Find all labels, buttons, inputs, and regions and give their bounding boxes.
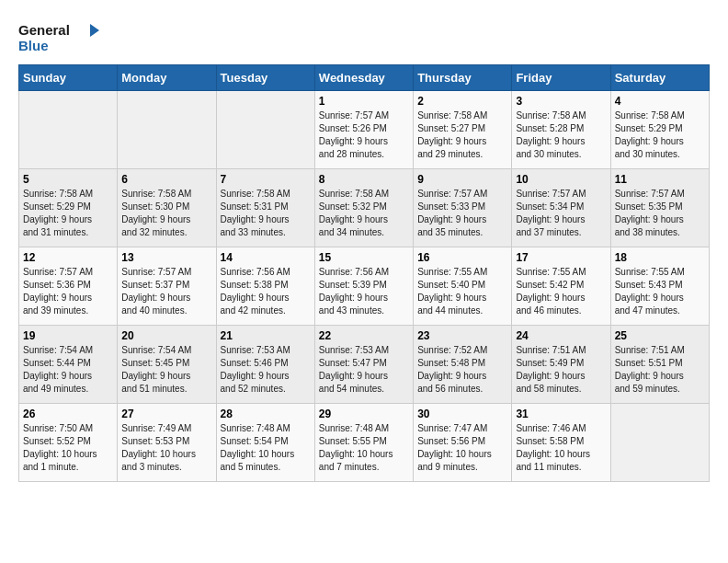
svg-text:Blue: Blue	[18, 38, 49, 53]
day-number: 31	[516, 408, 606, 420]
day-number: 12	[23, 251, 113, 264]
weekday-header-sunday: Sunday	[19, 65, 118, 91]
day-cell: 29Sunrise: 7:48 AMSunset: 5:55 PMDayligh…	[314, 404, 413, 482]
day-info: Sunrise: 7:57 AMSunset: 5:34 PMDaylight:…	[516, 188, 606, 239]
logo-text: General Blue	[18, 18, 101, 55]
day-number: 7	[221, 173, 311, 186]
day-number: 22	[319, 329, 409, 342]
svg-marker-2	[90, 24, 99, 37]
day-cell: 8Sunrise: 7:58 AMSunset: 5:32 PMDaylight…	[314, 169, 413, 247]
day-cell: 1Sunrise: 7:57 AMSunset: 5:26 PMDaylight…	[314, 91, 413, 169]
day-cell: 14Sunrise: 7:56 AMSunset: 5:38 PMDayligh…	[216, 247, 314, 326]
day-info: Sunrise: 7:56 AMSunset: 5:38 PMDaylight:…	[221, 266, 311, 317]
day-info: Sunrise: 7:53 AMSunset: 5:47 PMDaylight:…	[319, 344, 409, 396]
day-number: 30	[417, 408, 507, 420]
day-number: 11	[615, 173, 705, 186]
day-info: Sunrise: 7:55 AMSunset: 5:43 PMDaylight:…	[615, 266, 705, 317]
calendar-table: SundayMondayTuesdayWednesdayThursdayFrid…	[18, 64, 710, 482]
day-info: Sunrise: 7:47 AMSunset: 5:56 PMDaylight:…	[417, 422, 507, 474]
day-number: 1	[319, 95, 409, 108]
day-cell: 23Sunrise: 7:52 AMSunset: 5:48 PMDayligh…	[414, 326, 512, 404]
day-info: Sunrise: 7:58 AMSunset: 5:27 PMDaylight:…	[417, 109, 507, 161]
day-info: Sunrise: 7:50 AMSunset: 5:52 PMDaylight:…	[23, 422, 113, 474]
day-cell: 28Sunrise: 7:48 AMSunset: 5:54 PMDayligh…	[216, 404, 314, 482]
week-row-2: 5Sunrise: 7:58 AMSunset: 5:29 PMDaylight…	[19, 169, 710, 247]
day-number: 27	[121, 408, 211, 420]
day-number: 24	[516, 329, 606, 342]
day-cell: 31Sunrise: 7:46 AMSunset: 5:58 PMDayligh…	[512, 404, 610, 482]
day-cell: 11Sunrise: 7:57 AMSunset: 5:35 PMDayligh…	[610, 169, 709, 247]
logo-svg: General Blue	[18, 18, 101, 55]
day-info: Sunrise: 7:57 AMSunset: 5:36 PMDaylight:…	[23, 266, 113, 317]
day-cell: 20Sunrise: 7:54 AMSunset: 5:45 PMDayligh…	[118, 326, 216, 404]
day-number: 8	[319, 173, 409, 186]
day-info: Sunrise: 7:48 AMSunset: 5:54 PMDaylight:…	[221, 422, 311, 474]
week-row-5: 26Sunrise: 7:50 AMSunset: 5:52 PMDayligh…	[19, 404, 710, 482]
day-info: Sunrise: 7:51 AMSunset: 5:49 PMDaylight:…	[516, 344, 606, 396]
day-number: 13	[121, 251, 211, 264]
day-info: Sunrise: 7:55 AMSunset: 5:40 PMDaylight:…	[417, 266, 507, 317]
day-info: Sunrise: 7:54 AMSunset: 5:45 PMDaylight:…	[121, 344, 211, 396]
day-info: Sunrise: 7:54 AMSunset: 5:44 PMDaylight:…	[23, 344, 113, 396]
day-number: 6	[121, 173, 211, 186]
day-cell: 12Sunrise: 7:57 AMSunset: 5:36 PMDayligh…	[19, 247, 118, 326]
day-cell: 10Sunrise: 7:57 AMSunset: 5:34 PMDayligh…	[512, 169, 610, 247]
day-cell	[19, 91, 118, 169]
day-number: 26	[23, 408, 113, 420]
day-cell: 19Sunrise: 7:54 AMSunset: 5:44 PMDayligh…	[19, 326, 118, 404]
day-number: 23	[417, 329, 507, 342]
day-cell: 16Sunrise: 7:55 AMSunset: 5:40 PMDayligh…	[414, 247, 512, 326]
day-cell: 30Sunrise: 7:47 AMSunset: 5:56 PMDayligh…	[414, 404, 512, 482]
day-number: 17	[516, 251, 606, 264]
day-cell: 27Sunrise: 7:49 AMSunset: 5:53 PMDayligh…	[118, 404, 216, 482]
day-cell: 18Sunrise: 7:55 AMSunset: 5:43 PMDayligh…	[610, 247, 709, 326]
page-header: General Blue	[18, 18, 710, 55]
day-number: 5	[23, 173, 113, 186]
day-number: 15	[319, 251, 409, 264]
weekday-header-tuesday: Tuesday	[216, 65, 314, 91]
day-number: 3	[516, 95, 606, 108]
day-number: 10	[516, 173, 606, 186]
day-cell: 6Sunrise: 7:58 AMSunset: 5:30 PMDaylight…	[118, 169, 216, 247]
weekday-header-saturday: Saturday	[610, 65, 709, 91]
day-info: Sunrise: 7:52 AMSunset: 5:48 PMDaylight:…	[417, 344, 507, 396]
day-cell: 15Sunrise: 7:56 AMSunset: 5:39 PMDayligh…	[314, 247, 413, 326]
weekday-header-monday: Monday	[118, 65, 216, 91]
weekday-header-thursday: Thursday	[414, 65, 512, 91]
day-cell: 24Sunrise: 7:51 AMSunset: 5:49 PMDayligh…	[512, 326, 610, 404]
day-cell: 22Sunrise: 7:53 AMSunset: 5:47 PMDayligh…	[314, 326, 413, 404]
day-number: 19	[23, 329, 113, 342]
day-info: Sunrise: 7:58 AMSunset: 5:29 PMDaylight:…	[615, 109, 705, 161]
svg-text:General: General	[18, 22, 70, 38]
day-cell	[118, 91, 216, 169]
day-cell: 3Sunrise: 7:58 AMSunset: 5:28 PMDaylight…	[512, 91, 610, 169]
day-info: Sunrise: 7:58 AMSunset: 5:28 PMDaylight:…	[516, 109, 606, 161]
day-number: 25	[615, 329, 705, 342]
day-cell: 17Sunrise: 7:55 AMSunset: 5:42 PMDayligh…	[512, 247, 610, 326]
day-cell: 26Sunrise: 7:50 AMSunset: 5:52 PMDayligh…	[19, 404, 118, 482]
day-number: 18	[615, 251, 705, 264]
day-number: 28	[221, 408, 311, 420]
day-info: Sunrise: 7:48 AMSunset: 5:55 PMDaylight:…	[319, 422, 409, 474]
day-cell: 7Sunrise: 7:58 AMSunset: 5:31 PMDaylight…	[216, 169, 314, 247]
day-cell: 2Sunrise: 7:58 AMSunset: 5:27 PMDaylight…	[414, 91, 512, 169]
day-number: 4	[615, 95, 705, 108]
day-cell	[610, 404, 709, 482]
day-cell: 4Sunrise: 7:58 AMSunset: 5:29 PMDaylight…	[610, 91, 709, 169]
day-info: Sunrise: 7:58 AMSunset: 5:32 PMDaylight:…	[319, 188, 409, 239]
week-row-1: 1Sunrise: 7:57 AMSunset: 5:26 PMDaylight…	[19, 91, 710, 169]
day-info: Sunrise: 7:49 AMSunset: 5:53 PMDaylight:…	[121, 422, 211, 474]
day-info: Sunrise: 7:58 AMSunset: 5:29 PMDaylight:…	[23, 188, 113, 239]
weekday-header-row: SundayMondayTuesdayWednesdayThursdayFrid…	[19, 65, 710, 91]
day-info: Sunrise: 7:53 AMSunset: 5:46 PMDaylight:…	[221, 344, 311, 396]
day-cell: 5Sunrise: 7:58 AMSunset: 5:29 PMDaylight…	[19, 169, 118, 247]
day-info: Sunrise: 7:57 AMSunset: 5:33 PMDaylight:…	[417, 188, 507, 239]
week-row-3: 12Sunrise: 7:57 AMSunset: 5:36 PMDayligh…	[19, 247, 710, 326]
day-info: Sunrise: 7:57 AMSunset: 5:37 PMDaylight:…	[121, 266, 211, 317]
day-info: Sunrise: 7:51 AMSunset: 5:51 PMDaylight:…	[615, 344, 705, 396]
day-info: Sunrise: 7:55 AMSunset: 5:42 PMDaylight:…	[516, 266, 606, 317]
day-cell	[216, 91, 314, 169]
day-number: 29	[319, 408, 409, 420]
day-info: Sunrise: 7:58 AMSunset: 5:31 PMDaylight:…	[221, 188, 311, 239]
day-number: 20	[121, 329, 211, 342]
